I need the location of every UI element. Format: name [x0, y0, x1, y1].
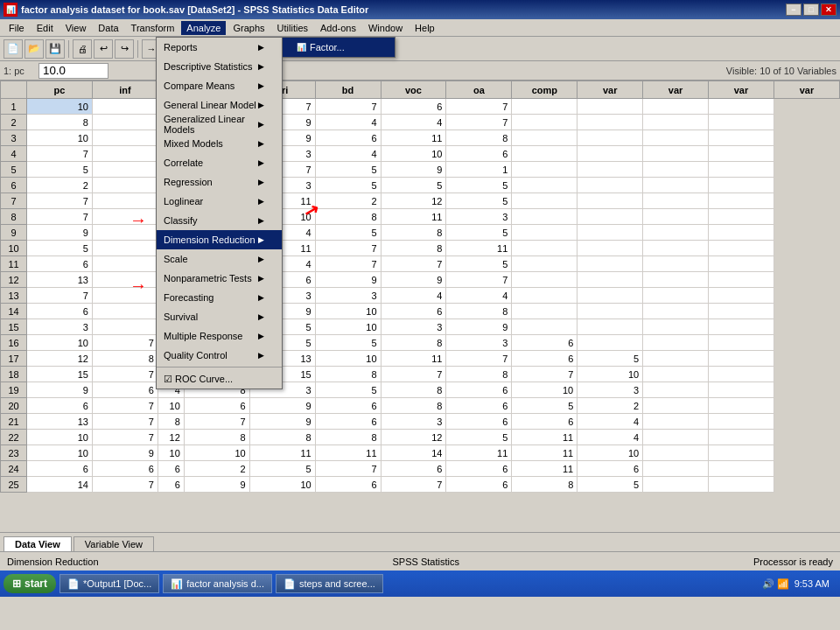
cell[interactable]: 3 — [27, 319, 93, 335]
menu-correlate[interactable]: Correlate▶ — [157, 153, 282, 172]
cell[interactable] — [512, 146, 578, 162]
cell[interactable]: 9 — [27, 225, 93, 241]
cell[interactable] — [709, 256, 774, 272]
menu-forecasting[interactable]: Forecasting▶ — [157, 288, 282, 307]
cell[interactable]: 5 — [578, 477, 643, 493]
cell[interactable]: 11 — [249, 445, 315, 461]
cell[interactable]: 8 — [446, 304, 512, 319]
cell[interactable]: 13 — [27, 414, 93, 430]
cell[interactable] — [643, 241, 709, 256]
cell[interactable] — [92, 178, 158, 193]
menu-gzlm[interactable]: Generalized Linear Models▶ — [157, 115, 282, 134]
cell[interactable] — [92, 225, 158, 241]
cell[interactable]: 6 — [158, 477, 184, 493]
cell[interactable]: 15 — [27, 367, 93, 382]
menu-nonparametric[interactable]: Nonparametric Tests▶ — [157, 269, 282, 288]
cell[interactable]: 7 — [27, 209, 93, 225]
cell[interactable]: 8 — [315, 209, 381, 225]
cell[interactable] — [578, 146, 643, 162]
cell[interactable]: 5 — [27, 162, 93, 178]
cell[interactable]: 7 — [92, 398, 158, 414]
taskbar-steps[interactable]: 📄 steps and scree... — [276, 574, 383, 593]
cell[interactable]: 4 — [381, 288, 446, 304]
menu-quality-control[interactable]: Quality Control▶ — [157, 346, 282, 365]
cell[interactable]: 11 — [512, 430, 578, 445]
cell[interactable] — [92, 241, 158, 256]
cell[interactable] — [92, 272, 158, 288]
cell[interactable] — [709, 130, 774, 146]
cell[interactable]: 6 — [184, 398, 249, 414]
cell[interactable]: 10 — [315, 304, 381, 319]
cell[interactable]: 6 — [315, 414, 381, 430]
cell[interactable]: 6 — [92, 461, 158, 477]
col-header-var1[interactable]: var — [578, 81, 643, 99]
cell[interactable]: 14 — [381, 445, 446, 461]
cell[interactable]: 7 — [27, 146, 93, 162]
cell[interactable] — [643, 351, 709, 367]
menu-classify[interactable]: Classify▶ — [157, 211, 282, 230]
cell[interactable]: 7 — [92, 430, 158, 445]
cell[interactable] — [709, 398, 774, 414]
cell[interactable] — [643, 256, 709, 272]
cell[interactable] — [512, 288, 578, 304]
tab-variable-view[interactable]: Variable View — [74, 536, 154, 551]
cell[interactable]: 13 — [27, 272, 93, 288]
cell[interactable]: 9 — [92, 445, 158, 461]
cell[interactable] — [643, 209, 709, 225]
cell[interactable]: 10 — [27, 430, 93, 445]
cell[interactable]: 5 — [512, 398, 578, 414]
cell[interactable]: 10 — [249, 477, 315, 493]
cell[interactable] — [512, 319, 578, 335]
cell[interactable] — [92, 115, 158, 130]
cell[interactable] — [92, 209, 158, 225]
cell[interactable] — [578, 241, 643, 256]
cell[interactable]: 7 — [27, 193, 93, 209]
cell[interactable]: 7 — [315, 461, 381, 477]
cell[interactable]: 2 — [315, 193, 381, 209]
cell[interactable] — [709, 146, 774, 162]
cell[interactable] — [578, 288, 643, 304]
menu-roc-curve[interactable]: ☑ ROC Curve... — [157, 369, 282, 388]
cell[interactable]: 5 — [446, 193, 512, 209]
cell[interactable]: 6 — [158, 461, 184, 477]
cell[interactable] — [709, 209, 774, 225]
menu-factor[interactable]: 📊 Factor... — [283, 38, 395, 57]
cell[interactable] — [578, 335, 643, 351]
cell[interactable]: 5 — [446, 178, 512, 193]
cell[interactable] — [643, 398, 709, 414]
cell[interactable] — [512, 209, 578, 225]
cell[interactable] — [709, 193, 774, 209]
cell[interactable]: 4 — [578, 414, 643, 430]
cell[interactable]: 5 — [315, 178, 381, 193]
cell[interactable]: 9 — [315, 272, 381, 288]
cell[interactable] — [709, 304, 774, 319]
cell[interactable]: 10 — [381, 146, 446, 162]
cell[interactable]: 6 — [27, 461, 93, 477]
cell[interactable] — [512, 99, 578, 115]
cell[interactable]: 7 — [381, 367, 446, 382]
print-icon[interactable]: 🖨 — [73, 39, 92, 59]
cell[interactable]: 6 — [446, 477, 512, 493]
cell[interactable]: 7 — [446, 351, 512, 367]
cell[interactable]: 8 — [381, 398, 446, 414]
taskbar-output[interactable]: 📄 *Output1 [Doc... — [60, 574, 159, 593]
menu-edit[interactable]: Edit — [32, 21, 59, 35]
var-value-input[interactable] — [38, 63, 108, 79]
undo-icon[interactable]: ↩ — [94, 39, 113, 59]
cell[interactable] — [578, 225, 643, 241]
cell[interactable] — [512, 304, 578, 319]
cell[interactable]: 7 — [92, 477, 158, 493]
cell[interactable]: 4 — [315, 146, 381, 162]
cell[interactable] — [709, 288, 774, 304]
cell[interactable] — [578, 99, 643, 115]
cell[interactable]: 7 — [446, 272, 512, 288]
cell[interactable]: 6 — [512, 414, 578, 430]
cell[interactable] — [512, 193, 578, 209]
cell[interactable] — [643, 146, 709, 162]
cell[interactable] — [709, 430, 774, 445]
cell[interactable] — [709, 335, 774, 351]
cell[interactable]: 5 — [446, 430, 512, 445]
cell[interactable]: 10 — [315, 319, 381, 335]
cell[interactable] — [643, 319, 709, 335]
cell[interactable]: 12 — [381, 193, 446, 209]
